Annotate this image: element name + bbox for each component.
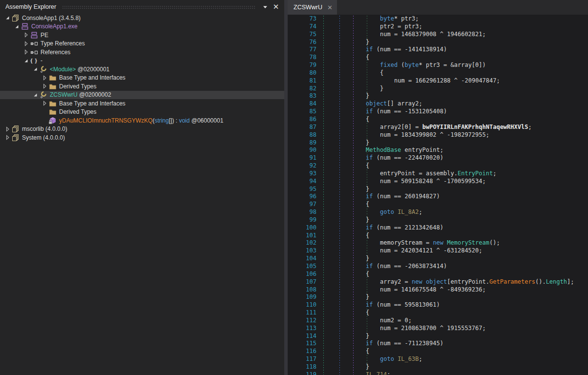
tree-item[interactable]: <Module> @02000001 — [0, 65, 284, 74]
code-line[interactable]: 105if (num == -2063873414) — [288, 263, 588, 271]
code-line[interactable]: 77if (num == -1414138914) — [288, 46, 588, 54]
code-line[interactable]: 87array2[0] = bwPOYIIRLnFAKPrhqhNTaqewRH… — [288, 124, 588, 131]
code-text: num = 509158248 ^ -1700599534; — [316, 178, 486, 186]
code-line[interactable]: 85if (num == -1531205408) — [288, 108, 588, 116]
tree-item[interactable]: mscorlib (4.0.0.0) — [0, 125, 284, 134]
code-line[interactable]: 92{ — [288, 162, 588, 170]
folder-icon — [48, 100, 57, 107]
line-number: 90 — [288, 146, 316, 154]
line-number: 108 — [288, 286, 316, 294]
code-line[interactable]: 91if (num == -224470020) — [288, 154, 588, 162]
tree-item[interactable]: Base Type and Interfaces — [0, 74, 284, 83]
tree-item-label: Derived Types — [59, 108, 96, 115]
code-line[interactable]: 89} — [288, 139, 588, 147]
code-line[interactable]: 82} — [288, 85, 588, 93]
code-line[interactable]: 86{ — [288, 116, 588, 124]
code-line[interactable]: 99} — [288, 216, 588, 224]
expander-icon[interactable] — [4, 15, 11, 21]
code-line[interactable]: 83} — [288, 92, 588, 100]
tree-item[interactable]: Derived Types — [0, 82, 284, 91]
panel-splitter[interactable] — [284, 0, 288, 375]
tree-item[interactable]: Derived Types — [0, 108, 284, 117]
folder-icon — [48, 108, 57, 116]
tree-item-label: System (4.0.0.0) — [22, 134, 65, 141]
code-line[interactable]: 73byte* ptr3; — [288, 15, 588, 23]
tree-item[interactable]: ZCSWwrU @02000002 — [0, 91, 284, 100]
code-line[interactable]: 96if (num == 260194827) — [288, 193, 588, 201]
code-line[interactable]: 112num2 = 0; — [288, 317, 588, 325]
code-line[interactable]: 76} — [288, 39, 588, 46]
expander-icon[interactable] — [22, 32, 30, 38]
code-line[interactable]: 119IL_714: — [288, 371, 588, 375]
panel-menu-button[interactable] — [261, 2, 270, 11]
code-line[interactable]: 118} — [288, 363, 588, 371]
code-line[interactable]: 114} — [288, 333, 588, 340]
code-line[interactable]: 113num = 2108638700 ^ 1915553767; — [288, 325, 588, 333]
code-line[interactable]: 104} — [288, 255, 588, 263]
code-line[interactable]: 110if (num == 595813061) — [288, 301, 588, 309]
code-line[interactable]: 100if (num == 2121342648) — [288, 224, 588, 232]
code-line[interactable]: 103num = 242034121 ^ -631284520; — [288, 247, 588, 255]
code-editor[interactable]: 73byte* ptr3;74ptr2 = ptr3;75num = 14683… — [288, 15, 588, 375]
line-number: 110 — [288, 301, 316, 309]
tree-item[interactable]: PE — [0, 31, 284, 40]
tree-item[interactable]: Type References — [0, 40, 284, 48]
tree-item[interactable]: { }- — [0, 57, 284, 65]
expander-icon[interactable] — [22, 41, 30, 47]
folder-icon — [48, 74, 57, 82]
tab-zcswwru[interactable]: ZCSWwrU ✕ — [288, 0, 337, 15]
code-text: { — [316, 54, 369, 62]
expander-icon[interactable] — [22, 58, 30, 64]
code-line[interactable]: 106{ — [288, 271, 588, 278]
expander-closed-icon — [23, 41, 29, 46]
code-line[interactable]: 115if (num == -711238945) — [288, 340, 588, 348]
code-line[interactable]: 84object[] array2; — [288, 100, 588, 108]
assembly-explorer-header[interactable]: Assembly Explorer ✕ — [0, 0, 284, 13]
code-line[interactable]: 108num = 1416675548 ^ -849369236; — [288, 286, 588, 294]
assembly-explorer-panel: Assembly Explorer ✕ ConsoleApp1 (3.4.5.8… — [0, 0, 284, 375]
tree-item[interactable]: Base Type and Interfaces — [0, 99, 284, 108]
class-icon — [40, 91, 47, 99]
code-line[interactable]: 101{ — [288, 232, 588, 240]
tree-item[interactable]: yDAuMCLIOImnuchTRNSGYWzKQ(string[]) : vo… — [0, 116, 284, 125]
code-line[interactable]: 98goto IL_8A2; — [288, 208, 588, 216]
line-number: 114 — [288, 333, 316, 340]
expander-icon[interactable] — [41, 83, 48, 89]
panel-drag-grip[interactable] — [62, 5, 256, 10]
expander-icon[interactable] — [13, 23, 21, 30]
code-line[interactable]: 93entryPoint = assembly.EntryPoint; — [288, 170, 588, 178]
tree-item[interactable]: ConsoleApp1 (3.4.5.8) — [0, 14, 284, 22]
code-line[interactable]: 97{ — [288, 201, 588, 208]
expander-icon[interactable] — [32, 92, 39, 98]
code-line[interactable]: 109} — [288, 293, 588, 301]
code-line[interactable]: 95} — [288, 186, 588, 193]
expander-icon[interactable] — [41, 100, 48, 106]
code-line[interactable]: 111{ — [288, 309, 588, 317]
expander-icon[interactable] — [4, 126, 11, 132]
expander-icon[interactable] — [32, 66, 39, 72]
code-line[interactable]: 88num = 1834399802 ^ -1982972955; — [288, 131, 588, 139]
code-line[interactable]: 80{ — [288, 69, 588, 77]
code-line[interactable]: 117goto IL_63B; — [288, 355, 588, 363]
expander-open-icon — [5, 15, 10, 21]
code-line[interactable]: 81num = 1662961288 ^ -209047847; — [288, 77, 588, 85]
code-line[interactable]: 116{ — [288, 348, 588, 355]
code-text: } — [316, 216, 369, 224]
expander-icon[interactable] — [22, 49, 30, 55]
tree-item[interactable]: References — [0, 48, 284, 57]
tree-item[interactable]: ConsoleApp1.exe — [0, 22, 284, 31]
code-line[interactable]: 74ptr2 = ptr3; — [288, 23, 588, 31]
expander-icon[interactable] — [41, 75, 48, 81]
panel-close-button[interactable]: ✕ — [272, 2, 280, 11]
code-line[interactable]: 75num = 1468379008 ^ 1946602821; — [288, 31, 588, 39]
tab-close-icon[interactable]: ✕ — [327, 4, 333, 11]
code-line[interactable]: 102memoryStream = new MemoryStream(); — [288, 239, 588, 247]
code-line[interactable]: 78{ — [288, 54, 588, 62]
expander-icon[interactable] — [4, 134, 11, 141]
code-line[interactable]: 90MethodBase entryPoint; — [288, 146, 588, 154]
folder-icon — [49, 83, 57, 90]
code-line[interactable]: 94num = 509158248 ^ -1700599534; — [288, 178, 588, 186]
code-line[interactable]: 107array2 = new object[entryPoint.GetPar… — [288, 278, 588, 286]
code-line[interactable]: 79fixed (byte* ptr3 = &array[0]) — [288, 62, 588, 69]
tree-item[interactable]: System (4.0.0.0) — [0, 133, 284, 142]
